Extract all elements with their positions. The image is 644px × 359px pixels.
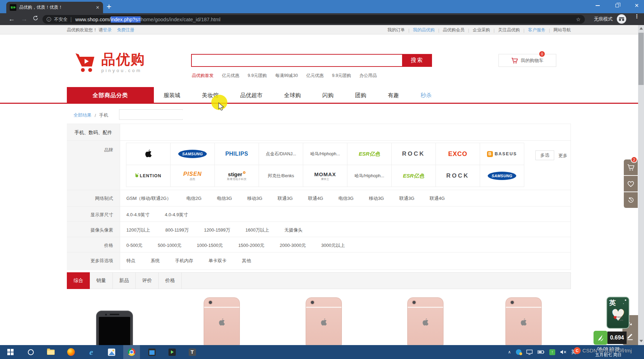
note-app-icon[interactable] xyxy=(594,331,607,345)
sort-tab-1[interactable]: 销量 xyxy=(90,273,113,289)
brand-apple-r1[interactable] xyxy=(126,143,171,165)
filter-option[interactable]: 1600万以上 xyxy=(245,227,269,233)
brand-exco-r1[interactable]: EXCO xyxy=(435,143,480,165)
english-app-widget[interactable]: 英 ♥ ♥ Heart to you xyxy=(606,297,629,329)
start-button[interactable] xyxy=(2,345,19,359)
filter-option[interactable]: 移动3G xyxy=(247,195,262,202)
chrome-button[interactable] xyxy=(123,345,140,359)
filter-option[interactable]: 特点 xyxy=(126,258,135,264)
cortana-button[interactable] xyxy=(22,345,39,359)
utility-link-5[interactable]: 客户服务 xyxy=(528,27,545,33)
brand-samsung-r2[interactable]: SAMSUNG xyxy=(480,165,524,187)
filter-option[interactable]: 500-1000元 xyxy=(158,242,181,249)
filter-option[interactable]: 1000-1500元 xyxy=(197,242,223,249)
search-button[interactable]: 搜索 xyxy=(402,54,432,67)
filter-option[interactable]: 800-1199万 xyxy=(165,227,189,233)
filter-option[interactable]: 移动3G xyxy=(369,195,384,202)
product-phone-5[interactable] xyxy=(505,297,542,345)
brand-samsung-r1[interactable]: SAMSUNG xyxy=(170,143,215,165)
bookmark-star-icon[interactable]: ☆ xyxy=(576,16,581,23)
address-bar[interactable]: i 不安全 | www.shop.com/index.php?s=home/go… xyxy=(42,15,585,24)
register-link[interactable]: 免费注册 xyxy=(117,28,134,32)
brand-rock-r2[interactable]: ROCK xyxy=(435,165,480,187)
filter-option[interactable]: 电信2G xyxy=(187,195,202,202)
tray-expand-icon[interactable]: ∧ xyxy=(508,350,511,354)
filter-option[interactable]: 无摄像头 xyxy=(284,227,303,233)
brand-momax-r2[interactable]: MOMAX摩米士 xyxy=(303,165,347,187)
login-link[interactable]: 登录 xyxy=(103,28,111,32)
ie-button[interactable]: e xyxy=(83,345,100,359)
all-categories-button[interactable]: 全部商品分类 xyxy=(67,87,154,104)
filter-option[interactable]: 电信3G xyxy=(217,195,232,202)
scrollbar-thumb[interactable] xyxy=(638,33,644,85)
hot-word-5[interactable]: 9.9元团购 xyxy=(332,73,351,79)
hot-word-4[interactable]: 亿元优惠 xyxy=(306,73,324,79)
nav-item-6[interactable]: 有趣 xyxy=(388,92,399,99)
filter-option[interactable]: 联通3G xyxy=(399,195,414,202)
new-tab-button[interactable]: + xyxy=(107,1,111,12)
filter-option[interactable]: 系统 xyxy=(151,258,160,264)
brand-hiphop-r2[interactable]: 哈马/Hiphoph... xyxy=(347,165,392,187)
photos-app-button[interactable] xyxy=(103,345,120,359)
utility-link-4[interactable]: 关注品优购 xyxy=(498,27,520,33)
filter-search-box[interactable] xyxy=(119,109,183,120)
utility-link-1[interactable]: 我的品优购 xyxy=(413,27,435,33)
float-history-button[interactable] xyxy=(624,192,638,208)
filter-option[interactable]: 联通3G xyxy=(278,195,293,202)
hot-word-2[interactable]: 9.9元团购 xyxy=(248,73,267,79)
filter-option[interactable]: 手机内存 xyxy=(175,258,193,264)
filter-option[interactable]: 电信3G xyxy=(338,195,353,202)
page-scrollbar[interactable] xyxy=(638,25,644,345)
nav-item-4[interactable]: 闪购 xyxy=(322,92,333,99)
search-input[interactable] xyxy=(191,54,402,67)
hot-word-3[interactable]: 每满99减30 xyxy=(275,73,298,79)
sort-tab-4[interactable]: 价格 xyxy=(159,273,182,289)
float-favorites-button[interactable] xyxy=(624,176,638,192)
multi-select-button[interactable]: 多选 xyxy=(535,150,554,160)
hot-word-1[interactable]: 亿元优惠 xyxy=(222,73,239,79)
brand-benks-r2[interactable]: 邦克仕/Benks xyxy=(259,165,303,187)
forward-button[interactable]: → xyxy=(21,15,28,24)
utility-link-2[interactable]: 品优购会员 xyxy=(443,27,465,33)
brand-lention-r2[interactable]: LENTION xyxy=(126,165,171,187)
filter-option[interactable]: 单卡双卡 xyxy=(209,258,227,264)
filter-option[interactable]: 2000-3000元 xyxy=(280,242,306,249)
utility-link-3[interactable]: 企业采购 xyxy=(473,27,490,33)
nav-item-2[interactable]: 品优超市 xyxy=(240,92,262,99)
input-method-indicator[interactable]: 英 xyxy=(571,349,576,355)
brand-esr-r2[interactable]: ESR亿色 xyxy=(391,165,436,187)
brand-esr-r1[interactable]: ESR亿色 xyxy=(347,143,392,165)
product-phone-3[interactable] xyxy=(306,297,342,345)
sort-tab-3[interactable]: 评价 xyxy=(136,273,159,289)
filter-option[interactable]: 联通4G xyxy=(430,195,445,202)
pencil-icon[interactable] xyxy=(627,333,634,340)
back-button[interactable]: ← xyxy=(8,15,15,24)
nav-item-7[interactable]: 秒杀 xyxy=(421,92,432,99)
display-tray-icon[interactable] xyxy=(526,350,533,355)
browser-menu-icon[interactable]: ⋮ xyxy=(634,15,637,18)
hot-word-0[interactable]: 品优购首发 xyxy=(192,73,214,79)
taskbar-clock[interactable]: 06-09 10:29 五月初七 周日 xyxy=(592,346,625,358)
my-cart-button[interactable]: 我的购物车 xyxy=(498,54,556,67)
brand-pisen-r2[interactable]: PISEN品胜 xyxy=(170,165,215,187)
brand-dianjinshi-r1[interactable]: 点金石/DIANJ... xyxy=(259,143,303,165)
filter-option[interactable]: 1500-2000元 xyxy=(238,242,264,249)
filter-option[interactable]: 4.0-4.9英寸 xyxy=(165,212,188,218)
utility-link-6[interactable]: 网站导航 xyxy=(553,27,571,33)
volume-muted-icon[interactable] xyxy=(560,350,566,354)
filter-option[interactable]: 联通4G xyxy=(308,195,323,202)
product-phone-2[interactable] xyxy=(204,297,240,345)
typora-button[interactable]: T xyxy=(184,345,201,359)
app-window-button[interactable] xyxy=(143,345,160,359)
battery-tray-icon[interactable] xyxy=(537,350,544,354)
brand-hiphop-r1[interactable]: 哈马/Hiphoph... xyxy=(303,143,347,165)
firefox-button[interactable] xyxy=(63,345,79,359)
file-explorer-button[interactable] xyxy=(42,345,59,359)
product-phone-4[interactable] xyxy=(407,297,443,345)
brand-philips-r1[interactable]: PHILIPS xyxy=(214,143,259,165)
page-info-icon[interactable]: i xyxy=(47,17,51,22)
window-restore-button[interactable] xyxy=(609,0,625,11)
utility-link-0[interactable]: 我的订单 xyxy=(387,27,405,33)
hot-word-6[interactable]: 办公用品 xyxy=(360,73,377,79)
nav-item-5[interactable]: 团购 xyxy=(355,92,366,99)
